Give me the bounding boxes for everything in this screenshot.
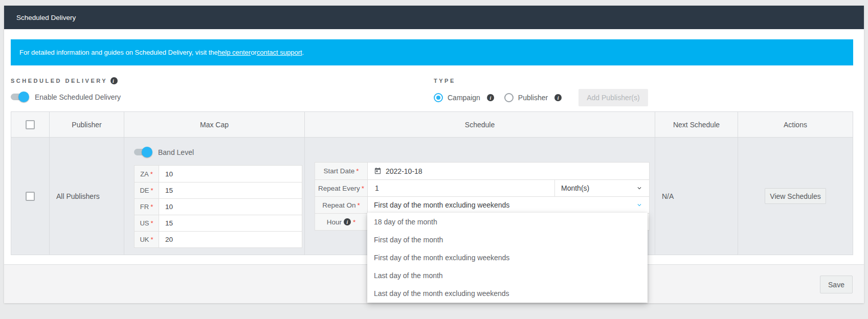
row-checkbox[interactable] — [26, 192, 35, 201]
repeat-every-label: Repeat Every* — [315, 180, 368, 196]
page-title: Scheduled Delivery — [16, 14, 76, 21]
cap-input-fr[interactable] — [159, 199, 302, 215]
cap-country-label: DE* — [135, 183, 159, 198]
repeat-on-label: Repeat On* — [315, 197, 368, 213]
cap-row-za: ZA* — [135, 166, 302, 182]
schedule-cell: Start Date* 2022-10-18 Repeat Every* Mon… — [304, 138, 655, 255]
help-center-link[interactable]: help center — [218, 49, 251, 56]
actions-cell: View Schedules — [738, 138, 853, 255]
repeat-unit-select[interactable]: Month(s) — [554, 180, 649, 196]
chevron-down-icon — [636, 185, 643, 192]
repeat-unit-value: Month(s) — [561, 184, 589, 192]
radio-group-campaign: Campaign i — [434, 93, 494, 102]
cap-country-label: US* — [135, 215, 159, 231]
toggle-knob — [18, 92, 29, 102]
toggle-knob — [142, 147, 152, 157]
repeat-every-row: Repeat Every* Month(s) — [315, 179, 649, 196]
header-actions: Actions — [738, 112, 853, 137]
enable-scheduled-delivery-toggle[interactable] — [11, 92, 28, 102]
save-button[interactable]: Save — [820, 276, 853, 293]
header-publisher: Publisher — [49, 112, 124, 137]
cap-country-label: FR* — [135, 199, 159, 215]
required-mark: * — [151, 187, 153, 194]
settings-section: SCHEDULED DELIVERY i Enable Scheduled De… — [11, 76, 864, 102]
cap-input-de[interactable] — [159, 183, 302, 198]
dropdown-option[interactable]: 18 day of the month — [367, 213, 648, 231]
type-heading: TYPE — [434, 77, 456, 84]
publisher-radio-label: Publisher — [518, 94, 548, 102]
required-mark: * — [150, 203, 153, 211]
schedules-table: Publisher Max Cap Schedule Next Schedule… — [11, 111, 853, 255]
add-publishers-button[interactable]: Add Publisher(s) — [578, 89, 648, 106]
header-next-schedule: Next Schedule — [655, 112, 738, 137]
view-schedules-button[interactable]: View Schedules — [765, 188, 826, 204]
start-date-value: 2022-10-18 — [386, 167, 422, 175]
band-level-label: Band Level — [158, 148, 194, 156]
required-mark: * — [356, 167, 359, 175]
cap-row-fr: FR* — [135, 198, 302, 215]
calendar-icon — [374, 167, 382, 175]
table-header-row: Publisher Max Cap Schedule Next Schedule… — [11, 112, 853, 138]
required-mark: * — [362, 185, 364, 192]
card-header: Scheduled Delivery — [4, 6, 864, 29]
table-row: All Publishers Band Level ZA* DE* — [11, 138, 853, 255]
cap-input-us[interactable] — [159, 215, 302, 231]
repeat-on-value: First day of the month excluding weekend… — [374, 201, 509, 209]
publisher-cell: All Publishers — [49, 138, 124, 255]
repeat-on-select[interactable]: First day of the month excluding weekend… — [368, 197, 649, 213]
country-cap-table: ZA* DE* FR* US* — [134, 165, 302, 248]
campaign-info-icon[interactable]: i — [487, 94, 494, 101]
campaign-radio[interactable] — [434, 93, 443, 102]
cap-input-uk[interactable] — [159, 232, 302, 247]
scheduled-delivery-card: Scheduled Delivery For detailed informat… — [4, 6, 864, 303]
start-date-field[interactable]: 2022-10-18 — [368, 163, 649, 179]
start-date-row: Start Date* 2022-10-18 — [315, 163, 649, 179]
start-date-label: Start Date* — [315, 163, 368, 179]
banner-text: For detailed information and guides on S… — [19, 49, 218, 56]
required-mark: * — [150, 170, 153, 178]
band-level-row: Band Level — [134, 147, 194, 157]
info-banner: For detailed information and guides on S… — [11, 39, 853, 65]
cap-row-uk: UK* — [135, 231, 302, 247]
cap-country-label: UK* — [135, 232, 159, 247]
cap-row-de: DE* — [135, 182, 302, 198]
dropdown-option[interactable]: Last day of the month — [367, 266, 648, 284]
publisher-info-icon[interactable]: i — [554, 94, 562, 101]
banner-period: . — [302, 49, 304, 56]
header-max-cap: Max Cap — [124, 112, 304, 137]
max-cap-cell: Band Level ZA* DE* FR* — [124, 138, 304, 255]
repeat-on-row: Repeat On* First day of the month exclud… — [315, 196, 649, 213]
header-checkbox-cell — [11, 112, 49, 137]
type-block: TYPE Campaign i Publisher i Add Publishe… — [434, 76, 648, 106]
required-mark: * — [151, 236, 153, 243]
type-radio-row: Campaign i Publisher i Add Publisher(s) — [434, 89, 648, 106]
radio-group-publisher: Publisher i — [504, 93, 562, 102]
banner-or-text: or — [251, 49, 257, 56]
hour-info-icon[interactable]: i — [344, 218, 351, 225]
scheduled-delivery-heading: SCHEDULED DELIVERY i — [11, 77, 118, 84]
header-schedule: Schedule — [304, 112, 655, 137]
required-mark: * — [358, 201, 360, 209]
repeat-every-input[interactable] — [374, 184, 554, 193]
required-mark: * — [151, 219, 153, 227]
enable-toggle-label: Enable Scheduled Delivery — [35, 93, 121, 101]
select-all-checkbox[interactable] — [26, 120, 35, 129]
campaign-radio-label: Campaign — [448, 94, 480, 102]
row-checkbox-cell — [11, 138, 49, 255]
scheduled-delivery-heading-text: SCHEDULED DELIVERY — [11, 78, 107, 84]
info-icon[interactable]: i — [110, 77, 118, 84]
cap-input-za[interactable] — [159, 166, 302, 182]
cap-country-label: ZA* — [135, 166, 159, 182]
dropdown-option[interactable]: First day of the month — [367, 231, 648, 248]
chevron-down-icon-open — [636, 201, 643, 209]
repeat-on-dropdown: 18 day of the month First day of the mon… — [367, 213, 648, 303]
next-schedule-cell: N/A — [655, 138, 738, 255]
required-mark: * — [353, 218, 355, 226]
repeat-every-field — [368, 180, 554, 196]
publisher-radio[interactable] — [504, 93, 514, 102]
hour-label: Houri* — [315, 214, 368, 230]
band-level-toggle[interactable] — [134, 147, 151, 157]
contact-support-link[interactable]: contact support — [257, 49, 302, 56]
dropdown-option[interactable]: First day of the month excluding weekend… — [367, 248, 648, 266]
dropdown-option[interactable]: Last day of the month excluding weekends — [367, 284, 648, 302]
